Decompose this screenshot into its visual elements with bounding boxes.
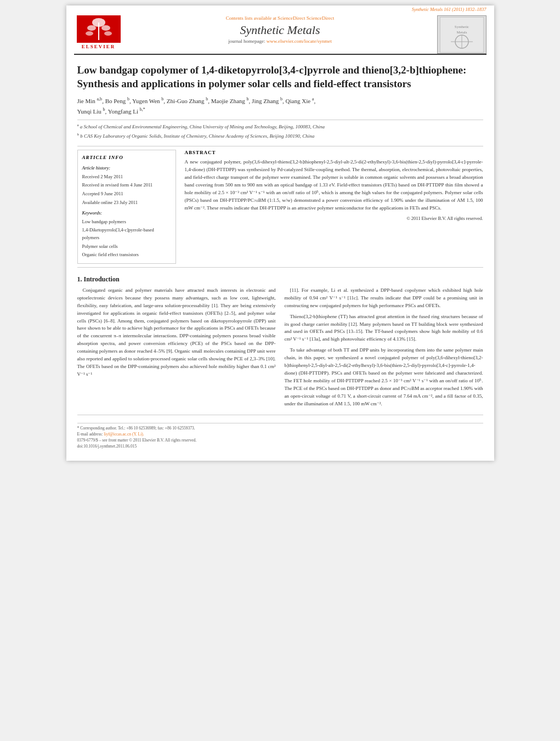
elsevier-text: ELSEVIER <box>82 44 116 49</box>
article-content: Low bandgap copolymer of 1,4-diketopyrro… <box>66 55 494 461</box>
body-text-left: Conjugated organic and polymer materials… <box>77 287 276 378</box>
introduction-columns: Conjugated organic and polymer materials… <box>77 287 483 411</box>
footnote-corresponding: * Corresponding author. Tel.: +86 10 625… <box>77 426 483 431</box>
elsevier-logo: ELSEVIER <box>74 15 123 49</box>
keywords-label: Keywords: <box>82 210 171 217</box>
abstract-text: A new conjugated polymer, poly(3,6-dihex… <box>185 159 483 223</box>
copyright: © 2011 Elsevier B.V. All rights reserved… <box>185 215 483 222</box>
abstract-column: ABSTRACT A new conjugated polymer, poly(… <box>185 150 483 264</box>
received-date: Received 2 May 2011 <box>82 173 171 181</box>
svg-point-3 <box>87 25 96 31</box>
intro-right-p3: To take advantage of both TT and DPP uni… <box>285 347 483 408</box>
affiliations: a a School of Chemical and Environmental… <box>77 120 483 140</box>
keyword-3: Polymer solar cells <box>82 243 171 251</box>
citation-text: Synthetic Metals 161 (2011) 1832–1837 <box>412 7 487 12</box>
received-revised-date: Received in revised form 4 June 2011 <box>82 182 171 189</box>
info-abstract-columns: ARTICLE INFO Article history: Received 2… <box>77 150 483 264</box>
journal-center: Contents lists available at ScienceDirec… <box>123 15 437 44</box>
history-label: Article history: <box>82 165 171 172</box>
footnote-email: E-mail address: liyf@iccas.ac.cn (Y. Li)… <box>77 432 483 437</box>
section-divider <box>77 146 483 146</box>
page-footer: * Corresponding author. Tel.: +86 10 625… <box>77 423 483 449</box>
footnote-issn: 0379-6779/$ – see front matter © 2011 El… <box>77 438 483 443</box>
sciencedirect-link: Contents lists available at ScienceDirec… <box>129 15 432 21</box>
elsevier-logo-image <box>77 15 121 43</box>
keyword-4: Organic field effect transistors <box>82 251 171 259</box>
authors-line: Jie Min a,b, Bo Peng b, Yugen Wen b, Zhi… <box>77 96 483 116</box>
body-divider <box>77 267 483 268</box>
svg-text:Synthetic: Synthetic <box>454 25 468 29</box>
journal-citation: Synthetic Metals 161 (2011) 1832–1837 <box>66 5 494 12</box>
header-right-logo: Synthetic Metals <box>437 15 487 54</box>
journal-header: ELSEVIER Contents lists available at Sci… <box>66 12 494 54</box>
svg-point-2 <box>92 18 105 27</box>
article-page: Synthetic Metals 161 (2011) 1832–1837 EL… <box>66 5 494 461</box>
accepted-date: Accepted 9 June 2011 <box>82 190 171 198</box>
main-body: 1. Introduction Conjugated organic and p… <box>77 275 483 411</box>
available-online: Available online 23 July 2011 <box>82 199 171 207</box>
article-title: Low bandgap copolymer of 1,4-diketopyrro… <box>77 64 483 90</box>
footer-divider <box>77 415 483 415</box>
body-col-right: [11]. For example, Li et al. synthesized… <box>285 287 483 411</box>
journal-name: Synthetic Metals <box>129 23 432 37</box>
svg-point-4 <box>101 25 110 31</box>
article-info-header: ARTICLE INFO <box>82 154 171 161</box>
article-info-box: ARTICLE INFO Article history: Received 2… <box>77 150 176 264</box>
article-info-column: ARTICLE INFO Article history: Received 2… <box>77 150 176 264</box>
abstract-header: ABSTRACT <box>185 150 483 155</box>
introduction-header: 1. Introduction <box>77 275 483 284</box>
intro-right-p1: [11]. For example, Li et al. synthesized… <box>285 287 483 310</box>
intro-left-p1: Conjugated organic and polymer materials… <box>77 287 276 378</box>
svg-text:Metals: Metals <box>456 30 467 35</box>
svg-point-6 <box>104 31 112 36</box>
intro-right-p2: Thieno[3,2-b]thiophene (TT) has attracte… <box>285 313 483 344</box>
body-col-left: Conjugated organic and polymer materials… <box>77 287 276 411</box>
footnote-doi: doi:10.1016/j.synthmet.2011.06.015 <box>77 444 483 449</box>
body-text-right: [11]. For example, Li et al. synthesized… <box>285 287 483 408</box>
keyword-1: Low bandgap polymers <box>82 218 171 226</box>
keyword-2: 1,4-Diketopyrrolo[3,4-c]pyrrole-based po… <box>82 227 171 241</box>
svg-point-5 <box>86 31 93 36</box>
journal-homepage: journal homepage: www.elsevier.com/locat… <box>129 38 432 44</box>
